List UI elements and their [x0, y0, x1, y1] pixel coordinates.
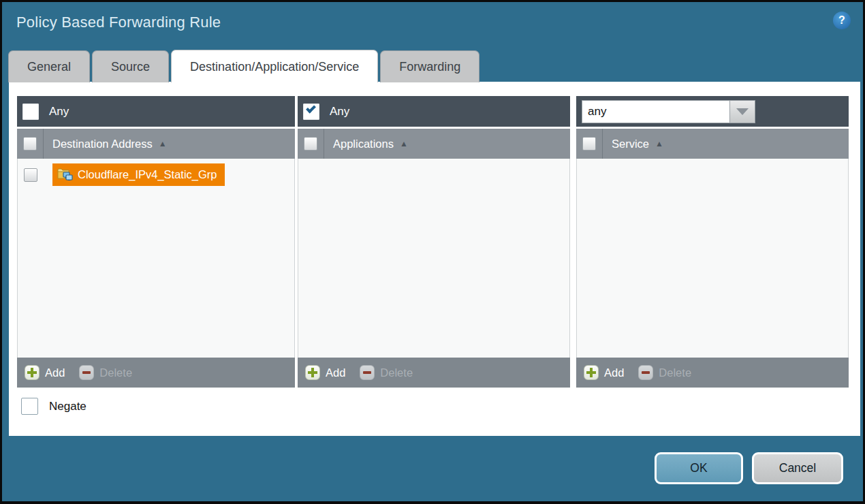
applications-column: Any Applications ▲ Add — [298, 96, 570, 388]
applications-any-label: Any — [330, 105, 349, 119]
negate-label: Negate — [49, 400, 86, 413]
tab-general[interactable]: General — [8, 50, 90, 82]
tab-destination-application-service[interactable]: Destination/Application/Service — [171, 50, 378, 82]
service-select-all-checkbox[interactable] — [582, 137, 596, 151]
address-group-icon — [57, 167, 73, 183]
add-button[interactable]: Add — [25, 365, 65, 380]
ok-button[interactable]: OK — [655, 452, 743, 484]
dialog-title: Policy Based Forwarding Rule — [16, 14, 221, 31]
tab-bar: General Source Destination/Application/S… — [8, 50, 479, 82]
add-button[interactable]: Add — [584, 365, 624, 380]
destination-address-object[interactable]: Cloudflare_IPv4_Static_Grp — [52, 163, 225, 186]
destination-list: Cloudflare_IPv4_Static_Grp — [17, 159, 295, 358]
chevron-down-icon — [736, 108, 749, 115]
minus-icon — [79, 365, 94, 380]
service-column: any Service ▲ — [576, 96, 849, 388]
policy-based-forwarding-dialog: Policy Based Forwarding Rule ? General S… — [0, 0, 865, 504]
applications-any-checkbox[interactable] — [303, 104, 319, 120]
service-mode-bar: any — [576, 96, 849, 127]
destination-header-label[interactable]: Destination Address — [52, 138, 153, 151]
delete-button[interactable]: Delete — [360, 365, 413, 380]
applications-header-label[interactable]: Applications — [333, 138, 394, 151]
columns-container: Any Destination Address ▲ — [17, 96, 849, 388]
destination-column: Any Destination Address ▲ — [17, 96, 295, 388]
minus-icon — [638, 365, 653, 380]
applications-select-all-checkbox[interactable] — [304, 137, 317, 151]
service-header: Service ▲ — [576, 129, 849, 159]
sort-asc-icon[interactable]: ▲ — [400, 139, 408, 148]
help-icon[interactable]: ? — [833, 12, 851, 29]
plus-icon — [584, 365, 599, 380]
service-mode-value: any — [582, 100, 730, 123]
negate-option: Negate — [21, 398, 86, 415]
destination-row-checkbox[interactable] — [24, 168, 37, 182]
destination-select-all-checkbox[interactable] — [23, 137, 37, 151]
minus-icon — [360, 365, 375, 380]
service-mode-dropdown[interactable]: any — [582, 100, 755, 123]
service-list — [576, 159, 849, 358]
plus-icon — [305, 365, 320, 380]
tab-source[interactable]: Source — [92, 50, 169, 82]
destination-address-label: Cloudflare_IPv4_Static_Grp — [78, 168, 217, 181]
table-row: Cloudflare_IPv4_Static_Grp — [18, 159, 294, 186]
sort-asc-icon[interactable]: ▲ — [159, 139, 167, 148]
cancel-button[interactable]: Cancel — [752, 452, 843, 484]
destination-toolbar: Add Delete — [17, 358, 295, 388]
dialog-footer: OK Cancel — [655, 452, 843, 484]
delete-button[interactable]: Delete — [79, 365, 132, 380]
plus-icon — [25, 365, 40, 380]
applications-toolbar: Add Delete — [298, 358, 570, 388]
dropdown-button[interactable] — [730, 100, 755, 123]
destination-any-checkbox[interactable] — [22, 104, 39, 120]
tab-content: Any Destination Address ▲ — [9, 82, 860, 436]
applications-any-bar: Any — [298, 96, 570, 127]
negate-checkbox[interactable] — [21, 398, 38, 415]
add-button[interactable]: Add — [305, 365, 345, 380]
destination-any-label: Any — [49, 105, 69, 119]
checkmark-icon — [306, 103, 316, 113]
service-toolbar: Add Delete — [576, 358, 849, 388]
service-header-label[interactable]: Service — [612, 138, 649, 151]
tab-forwarding[interactable]: Forwarding — [380, 50, 479, 82]
applications-header: Applications ▲ — [298, 129, 570, 159]
destination-any-bar: Any — [17, 96, 295, 127]
sort-asc-icon[interactable]: ▲ — [655, 139, 663, 148]
delete-button[interactable]: Delete — [638, 365, 691, 380]
applications-list — [298, 159, 570, 358]
destination-header: Destination Address ▲ — [17, 129, 295, 159]
